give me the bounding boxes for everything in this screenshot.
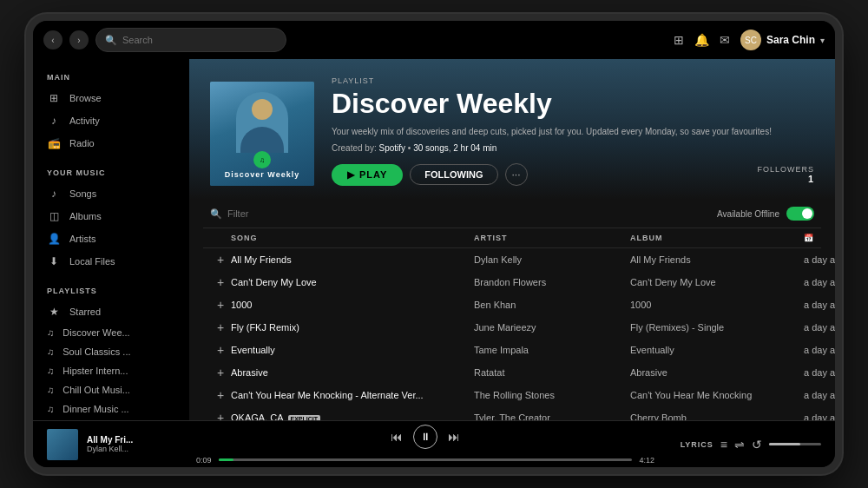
volume-bar[interactable]	[769, 443, 821, 445]
user-menu[interactable]: SC Sara Chin ▾	[740, 30, 825, 50]
track-add-icon[interactable]: +	[210, 411, 231, 420]
playlist-item-label-1: Soul Classics ...	[62, 346, 130, 357]
track-row[interactable]: + Abrasive Ratatat Abrasive a day ago 4:…	[203, 361, 821, 384]
header-artist: ARTIST	[474, 234, 630, 242]
more-options-button[interactable]: ···	[505, 163, 528, 186]
albums-icon: ◫	[47, 210, 61, 222]
sidebar-item-local-files[interactable]: ⬇ Local Files	[33, 250, 189, 273]
username-label: Sara Chin	[766, 34, 815, 46]
track-row[interactable]: + Can't You Hear Me Knocking - Alternate…	[203, 384, 821, 406]
filter-search-icon: 🔍	[210, 208, 222, 220]
player-track-info: All My Fri... Dylan Kell...	[47, 429, 186, 460]
following-button[interactable]: FOLLOWING	[410, 164, 497, 185]
playlist-item-label-0: Discover Wee...	[62, 327, 129, 338]
header-add	[210, 234, 231, 242]
search-input[interactable]	[122, 35, 277, 45]
progress-bar[interactable]	[219, 458, 633, 461]
available-offline-toggle: Available Offline	[717, 207, 814, 221]
playlist-meta: Created by: Spotify • 30 songs, 2 hr 04 …	[332, 143, 814, 153]
playlist-item-hipster[interactable]: ♫ Hipster Intern...	[33, 361, 189, 380]
player-track-name: All My Fri...	[87, 435, 133, 445]
player-track-text: All My Fri... Dylan Kell...	[87, 435, 133, 453]
player-controls: ⏮ ⏸ ⏭ 0:09 4:12	[196, 425, 654, 465]
player-bar: All My Fri... Dylan Kell... ⏮ ⏸ ⏭ 0:09 4…	[33, 420, 835, 467]
prev-button[interactable]: ⏮	[391, 430, 403, 444]
track-date: a day ago	[804, 412, 835, 420]
playlist-item-label-3: Chill Out Musi...	[62, 385, 130, 395]
filter-input-area[interactable]: 🔍	[210, 208, 347, 220]
track-artist: Dylan Kelly	[474, 254, 630, 265]
header-song: SONG	[231, 234, 474, 242]
sidebar-item-label-albums: Albums	[69, 211, 102, 221]
grid-icon-button[interactable]: ⊞	[674, 33, 684, 47]
track-row[interactable]: + Can't Deny My Love Brandon Flowers Can…	[203, 271, 821, 293]
pause-button[interactable]: ⏸	[413, 425, 437, 449]
avatar: SC	[740, 30, 761, 50]
playlists-section: PLAYLISTS ★ Starred ♫ Discover Wee... ♫ …	[33, 287, 189, 420]
track-name: 1000	[231, 300, 474, 310]
progress-row: 0:09 4:12	[196, 456, 654, 465]
track-add-icon[interactable]: +	[210, 366, 231, 379]
playlist-actions: ▶ PLAY FOLLOWING ··· FOLLOWERS 1	[332, 163, 814, 186]
sidebar-item-artists[interactable]: 👤 Artists	[33, 228, 189, 250]
current-time: 0:09	[196, 456, 212, 465]
shuffle-icon[interactable]: ⇌	[734, 438, 745, 452]
sidebar: MAIN ⊞ Browse ♪ Activity 📻 Radio	[33, 59, 189, 420]
playlist-item-discover[interactable]: ♫ Discover Wee...	[33, 323, 189, 342]
main-section: MAIN ⊞ Browse ♪ Activity 📻 Radio	[33, 73, 189, 155]
notification-button[interactable]: 🔔	[694, 33, 709, 47]
track-add-icon[interactable]: +	[210, 320, 231, 334]
player-right: LYRICS ≡ ⇌ ↺	[665, 438, 821, 452]
track-album: Fly (Remixes) - Single	[630, 322, 804, 333]
track-row[interactable]: + All My Friends Dylan Kelly All My Frie…	[203, 248, 821, 271]
volume-fill	[769, 443, 800, 445]
content-area: ♫ Discover Weekly PLAYLIST Discover Week…	[189, 59, 835, 420]
search-icon: 🔍	[105, 35, 117, 46]
track-add-icon[interactable]: +	[210, 298, 231, 312]
playlist-type-label: PLAYLIST	[332, 76, 814, 85]
playlist-music-icon-3: ♫	[47, 385, 54, 395]
filter-input[interactable]	[227, 208, 347, 219]
track-add-icon[interactable]: +	[210, 343, 231, 357]
repeat-icon[interactable]: ↺	[752, 438, 762, 452]
playlist-item-dinner[interactable]: ♫ Dinner Music ...	[33, 399, 189, 419]
forward-button[interactable]: ›	[69, 30, 89, 49]
track-artist: June Marieezy	[474, 322, 630, 333]
sidebar-item-browse[interactable]: ⊞ Browse	[33, 87, 189, 109]
track-artist: Ratatat	[474, 367, 630, 378]
back-button[interactable]: ‹	[43, 30, 62, 49]
track-row[interactable]: + Fly (FKJ Remix) June Marieezy Fly (Rem…	[203, 316, 821, 339]
lyrics-button[interactable]: LYRICS	[681, 440, 713, 449]
sidebar-item-radio[interactable]: 📻 Radio	[33, 132, 189, 155]
track-add-icon[interactable]: +	[210, 253, 231, 267]
track-row[interactable]: + Eventually Tame Impala Eventually a da…	[203, 339, 821, 361]
player-track-artist: Dylan Kell...	[87, 445, 133, 453]
search-bar[interactable]: 🔍	[95, 28, 286, 52]
sidebar-item-activity[interactable]: ♪ Activity	[33, 109, 189, 132]
track-add-icon[interactable]: +	[210, 388, 231, 402]
chevron-down-icon: ▾	[820, 36, 825, 45]
sidebar-item-starred[interactable]: ★ Starred	[33, 300, 189, 323]
sidebar-item-label-activity: Activity	[69, 115, 100, 126]
sidebar-item-songs[interactable]: ♪ Songs	[33, 182, 189, 205]
queue-icon[interactable]: ≡	[720, 438, 727, 452]
album-art-label: Discover Weekly	[210, 170, 314, 179]
sidebar-item-albums[interactable]: ◫ Albums	[33, 205, 189, 228]
playlist-item-soul[interactable]: ♫ Soul Classics ...	[33, 342, 189, 361]
playlist-item-chillout[interactable]: ♫ Chill Out Musi...	[33, 380, 189, 399]
message-button[interactable]: ✉	[720, 33, 730, 47]
track-name: Abrasive	[231, 367, 474, 378]
sidebar-item-label-radio: Radio	[69, 138, 95, 148]
track-album: 1000	[630, 300, 804, 310]
track-add-icon[interactable]: +	[210, 275, 231, 289]
track-row[interactable]: + OKAGA, CAEXPLICIT Tyler, The Creator C…	[203, 406, 821, 420]
play-button[interactable]: ▶ PLAY	[332, 164, 403, 186]
offline-toggle[interactable]	[786, 207, 814, 221]
track-date: a day ago	[804, 322, 835, 333]
track-artist: The Rolling Stones	[474, 390, 630, 400]
next-button[interactable]: ⏭	[448, 430, 460, 444]
followers-label: FOLLOWERS	[757, 165, 814, 174]
track-row[interactable]: + 1000 Ben Khan 1000 a day ago 2:54	[203, 293, 821, 316]
playlist-music-icon-4: ♫	[47, 404, 54, 414]
playlist-music-icon-2: ♫	[47, 366, 54, 376]
